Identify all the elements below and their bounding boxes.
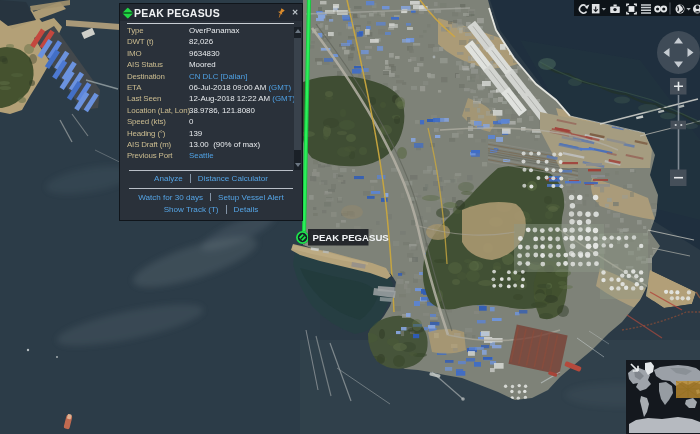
- svg-text:PEAK PEGASUS: PEAK PEGASUS: [313, 232, 390, 243]
